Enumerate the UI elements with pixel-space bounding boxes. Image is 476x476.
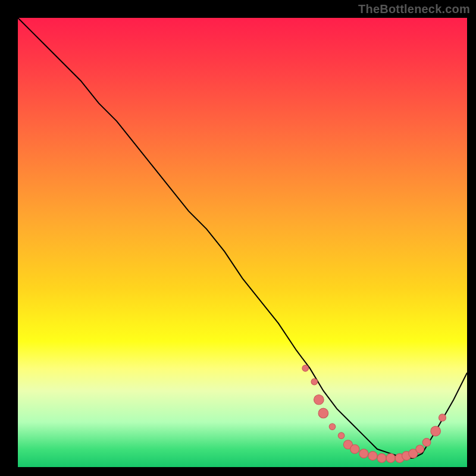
marker-point — [329, 424, 336, 430]
curve-path — [18, 18, 467, 458]
marker-point — [431, 426, 441, 436]
marker-point — [302, 365, 309, 372]
marker-point — [350, 444, 359, 453]
marker-point — [416, 445, 424, 453]
attribution-label: TheBottleneck.com — [358, 2, 470, 16]
marker-point — [439, 414, 446, 421]
marker-point — [318, 408, 328, 418]
plot-area — [18, 18, 467, 467]
marker-point — [386, 453, 395, 462]
marker-point — [311, 378, 318, 385]
marker-point — [314, 394, 324, 405]
chart-frame: TheBottleneck.com — [0, 0, 476, 476]
marker-group — [302, 365, 446, 463]
marker-point — [338, 433, 345, 439]
marker-point — [377, 453, 386, 462]
marker-point — [368, 452, 377, 461]
marker-point — [422, 439, 431, 447]
chart-svg — [18, 18, 467, 467]
marker-point — [359, 449, 368, 458]
